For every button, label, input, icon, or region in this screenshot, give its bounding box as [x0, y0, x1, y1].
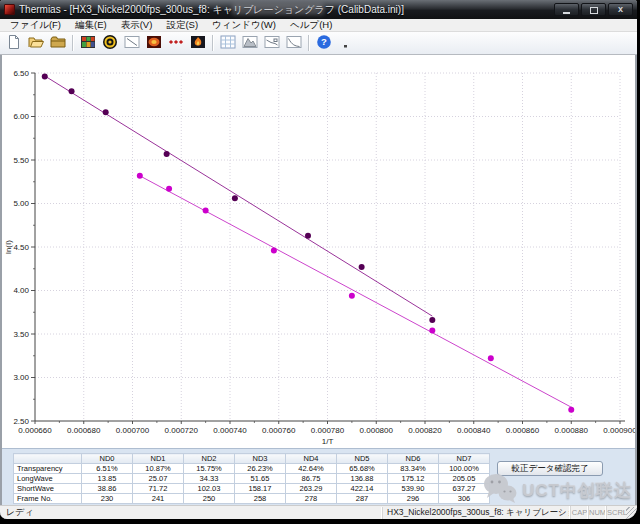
help-icon: ?	[316, 34, 332, 53]
data-point-longwave	[488, 355, 494, 361]
toolbar-button-toolbar-overflow[interactable]	[335, 34, 356, 53]
close-button[interactable]: x	[608, 3, 633, 16]
toolbar-button-new-document[interactable]	[3, 34, 24, 53]
toolbar-button-marker-points[interactable]	[165, 34, 186, 53]
svg-text:?: ?	[321, 36, 327, 47]
toolbar-separator	[72, 35, 73, 51]
svg-text:3.50: 3.50	[13, 330, 29, 339]
table-cell: 25.07	[133, 474, 184, 484]
data-point-shortwave	[232, 195, 238, 201]
app-window: Thermias - [HX3_Nickel2000fps_300us_f8: …	[0, 0, 637, 519]
table-cell: 71.72	[133, 484, 184, 494]
toolbar-button-grid[interactable]	[217, 34, 238, 53]
table-cell: 158.17	[235, 484, 286, 494]
column-header-nd1: ND1	[133, 454, 184, 464]
data-point-shortwave	[164, 151, 170, 157]
menu-help[interactable]: ヘルプ(H)	[283, 19, 339, 31]
calibration-chart: 0.0006600.0006800.0007000.0007200.000740…	[2, 55, 635, 448]
status-indicator-num: NUM	[588, 506, 606, 519]
toolbar-separator	[308, 35, 309, 51]
chart-profile-icon	[264, 34, 280, 53]
table-row: ShortWave38.8671.72102.03158.17263.29422…	[14, 484, 490, 494]
menubar: ファイル(F)編集(E)表示(V)設定(S)ウィンドウ(W)ヘルプ(H)	[0, 19, 637, 32]
toolbar-button-chart-decay[interactable]	[283, 34, 304, 53]
table-cell: 263.29	[286, 484, 337, 494]
table-cell: 15.75%	[184, 464, 235, 474]
svg-text:2.50: 2.50	[13, 417, 29, 426]
toolbar-button-help[interactable]: ?	[313, 34, 334, 53]
table-cell: 296	[388, 494, 439, 504]
menu-file[interactable]: ファイル(F)	[3, 19, 68, 31]
table-cell: 539.90	[388, 484, 439, 494]
svg-text:0.000660: 0.000660	[18, 426, 52, 435]
thermal-image-icon	[146, 34, 162, 53]
data-point-shortwave	[305, 233, 311, 239]
calibration-panel: ND0ND1ND2ND3ND4ND5ND6ND7Transparency6.51…	[2, 448, 635, 505]
table-cell: 306	[439, 494, 490, 504]
toolbar-button-histogram[interactable]	[239, 34, 260, 53]
table-header-row: ND0ND1ND2ND3ND4ND5ND6ND7	[14, 454, 490, 464]
column-header-nd6: ND6	[388, 454, 439, 464]
statusbar: レディ HX3_Nickel2000fps_300us_f8: キャリブレーショ…	[0, 505, 637, 519]
table-cell: 51.65	[235, 474, 286, 484]
row-label: ShortWave	[14, 484, 82, 494]
minimize-button[interactable]	[554, 3, 579, 16]
client-area: 0.0006600.0006800.0007000.0007200.000740…	[0, 55, 637, 505]
calibration-table: ND0ND1ND2ND3ND4ND5ND6ND7Transparency6.51…	[13, 453, 490, 504]
open-folder-icon	[28, 34, 44, 53]
titlebar[interactable]: Thermias - [HX3_Nickel2000fps_300us_f8: …	[0, 0, 637, 19]
table-cell: 422.14	[337, 484, 388, 494]
table-cell: 13.85	[82, 474, 133, 484]
svg-text:5.00: 5.00	[13, 199, 29, 208]
menu-view[interactable]: 表示(V)	[114, 19, 160, 31]
table-cell: 26.23%	[235, 464, 286, 474]
toolbar-button-target[interactable]	[99, 34, 120, 53]
table-cell: 86.75	[286, 474, 337, 484]
chart-area: 0.0006600.0006800.0007000.0007200.000740…	[2, 55, 635, 448]
table-cell: 34.33	[184, 474, 235, 484]
svg-text:0.000680: 0.000680	[67, 426, 101, 435]
column-header-nd5: ND5	[337, 454, 388, 464]
status-document-text: HX3_Nickel2000fps_300us_f8: キャリブレーショングラフ	[382, 507, 570, 519]
table-cell: 100.00%	[439, 464, 490, 474]
table-cell: 205.05	[439, 474, 490, 484]
target-icon	[102, 34, 118, 53]
data-point-shortwave	[69, 88, 75, 94]
table-cell: 230	[82, 494, 133, 504]
svg-text:0.000700: 0.000700	[116, 426, 150, 435]
table-cell: 136.88	[337, 474, 388, 484]
table-cell: 241	[133, 494, 184, 504]
data-point-shortwave	[42, 73, 48, 79]
toolbar-button-flame-image[interactable]	[187, 34, 208, 53]
data-point-longwave	[203, 207, 209, 213]
toolbar-button-open-folder[interactable]	[25, 34, 46, 53]
toolbar-button-line-chart[interactable]	[121, 34, 142, 53]
save-folder-icon	[50, 34, 66, 53]
menu-edit[interactable]: 編集(E)	[68, 19, 114, 31]
toolbar-button-sensor-palette[interactable]	[77, 34, 98, 53]
confirm-calibration-button[interactable]: 較正データ確認完了	[497, 461, 603, 476]
table-cell: 637.27	[439, 484, 490, 494]
svg-text:0.000740: 0.000740	[213, 426, 247, 435]
column-header-nd7: ND7	[439, 454, 490, 464]
data-point-shortwave	[103, 109, 109, 115]
table-corner-cell	[14, 454, 82, 464]
row-label: Transparency	[14, 464, 82, 474]
toolbar-button-thermal-image[interactable]	[143, 34, 164, 53]
svg-text:6.00: 6.00	[13, 112, 29, 121]
data-point-longwave	[349, 293, 355, 299]
toolbar-button-save-folder[interactable]	[47, 34, 68, 53]
maximize-button[interactable]	[581, 3, 606, 16]
column-header-nd4: ND4	[286, 454, 337, 464]
svg-text:0.000820: 0.000820	[408, 426, 442, 435]
marker-points-icon	[168, 34, 184, 53]
menu-window[interactable]: ウィンドウ(W)	[205, 19, 283, 31]
sensor-palette-icon	[80, 34, 96, 53]
resize-grip-icon[interactable]	[626, 507, 637, 519]
toolbar-button-chart-profile[interactable]	[261, 34, 282, 53]
menu-settings[interactable]: 設定(S)	[159, 19, 205, 31]
table-row: Transparency6.51%10.87%15.75%26.23%42.64…	[14, 464, 490, 474]
table-cell: 38.86	[82, 484, 133, 494]
grid-icon	[220, 34, 236, 53]
svg-text:0.000720: 0.000720	[165, 426, 199, 435]
